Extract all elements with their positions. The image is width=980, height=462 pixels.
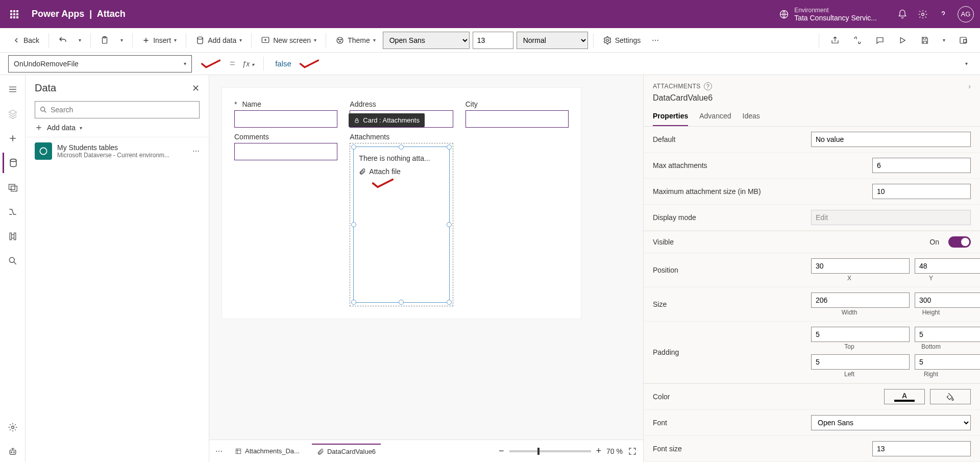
help-icon[interactable]: ?: [704, 82, 712, 90]
city-input[interactable]: [465, 110, 569, 128]
props-tabs: Properties Advanced Ideas: [644, 107, 980, 127]
checker-button[interactable]: [849, 34, 866, 47]
font-select[interactable]: Open Sans: [811, 415, 971, 430]
resize-handle[interactable]: [399, 144, 404, 150]
svg-point-24: [40, 148, 46, 154]
rail-insert-icon[interactable]: [3, 128, 23, 149]
pos-y-input[interactable]: [915, 258, 980, 274]
rail-data-icon[interactable]: [3, 153, 23, 173]
undo-button[interactable]: [54, 34, 71, 47]
font-size-input[interactable]: [473, 32, 513, 49]
add-data-button[interactable]: Add data ▾: [26, 118, 209, 137]
zoom-out[interactable]: −: [499, 446, 504, 456]
resize-handle[interactable]: [351, 222, 356, 227]
rail-tree-icon[interactable]: [3, 79, 23, 100]
breadcrumb-attachments[interactable]: Attachments_Da...: [230, 444, 305, 458]
zoom-slider[interactable]: [509, 450, 591, 452]
help-icon[interactable]: [933, 4, 953, 25]
new-screen-button[interactable]: New screen ▾: [257, 34, 321, 47]
comments-input[interactable]: [234, 143, 337, 160]
prop-displaymode-input[interactable]: [811, 210, 971, 225]
footer-more[interactable]: ⋯: [215, 447, 223, 455]
pos-x-input[interactable]: [811, 258, 910, 274]
more-icon[interactable]: ⋯: [192, 147, 200, 155]
prop-maxattach-input[interactable]: [872, 158, 971, 173]
resize-handle[interactable]: [447, 144, 452, 150]
environment-picker[interactable]: Environment Tata Consultancy Servic...: [794, 7, 877, 22]
tab-advanced[interactable]: Advanced: [699, 107, 731, 126]
comments-button[interactable]: [871, 34, 889, 47]
publish-button[interactable]: [954, 34, 972, 47]
pad-top-input[interactable]: [811, 327, 910, 342]
rail-flows-icon[interactable]: [3, 202, 23, 222]
font-color-picker[interactable]: A: [884, 389, 925, 404]
resize-handle[interactable]: [447, 300, 452, 305]
breadcrumb-datacard[interactable]: DataCardValue6: [312, 444, 381, 458]
formula-input[interactable]: false: [273, 57, 903, 70]
tab-ideas[interactable]: Ideas: [743, 107, 760, 126]
notifications-icon[interactable]: [892, 4, 913, 25]
resize-handle[interactable]: [447, 222, 452, 227]
fontsize-input[interactable]: [872, 441, 971, 456]
prop-maxsize-input[interactable]: [872, 184, 971, 199]
formula-expand[interactable]: ▾: [961, 59, 972, 68]
attach-file-link[interactable]: Attach file: [359, 167, 444, 176]
fill-color-picker[interactable]: [930, 389, 971, 404]
rail-settings-icon[interactable]: [3, 417, 23, 437]
avatar[interactable]: AG: [958, 6, 974, 22]
paperclip-icon: [359, 168, 366, 175]
rail-layers-icon[interactable]: [3, 104, 23, 124]
undo-menu[interactable]: ▾: [75, 35, 85, 45]
data-source-title: My Students tables: [57, 143, 187, 152]
zoom-in[interactable]: +: [596, 446, 602, 456]
attachments-control[interactable]: There is nothing atta... Attach file: [353, 147, 449, 303]
insert-button[interactable]: Insert ▾: [138, 34, 181, 46]
attachments-card[interactable]: Attachments There is nothing atta...: [350, 133, 453, 306]
prop-default-input[interactable]: [811, 132, 971, 147]
tab-properties[interactable]: Properties: [653, 107, 688, 126]
name-field: *Name: [234, 100, 337, 128]
settings-button[interactable]: Settings: [599, 34, 645, 47]
paste-button[interactable]: [96, 34, 113, 47]
property-selector[interactable]: OnUndoRemoveFile ▾: [8, 55, 192, 72]
prop-font-label: Font: [653, 419, 806, 427]
search-input[interactable]: [35, 101, 200, 118]
visible-toggle[interactable]: [948, 236, 971, 248]
equals-sign: =: [230, 58, 235, 69]
form-card[interactable]: *Name Address Card : Attachments City: [222, 87, 581, 319]
close-icon[interactable]: ✕: [192, 83, 200, 94]
save-button[interactable]: [916, 34, 934, 47]
more-button[interactable]: ⋯: [648, 34, 663, 46]
fx-icon[interactable]: ƒx ▾: [242, 60, 255, 68]
back-button[interactable]: Back: [8, 34, 43, 46]
pad-bottom-input[interactable]: [915, 327, 980, 342]
pad-right-input[interactable]: [915, 354, 980, 370]
waffle-icon[interactable]: [6, 6, 22, 22]
rail-variables-icon[interactable]: [3, 226, 23, 247]
play-button[interactable]: [894, 34, 911, 47]
save-menu[interactable]: ▾: [939, 35, 949, 45]
svg-point-23: [41, 107, 45, 111]
fit-screen-icon[interactable]: [628, 447, 637, 456]
font-weight-select[interactable]: Normal: [517, 32, 588, 49]
data-source-subtitle: Microsoft Dataverse - Current environm..…: [57, 152, 187, 159]
name-input[interactable]: [234, 110, 337, 128]
width-input[interactable]: [811, 293, 910, 308]
data-source-item[interactable]: My Students tables Microsoft Dataverse -…: [26, 137, 209, 165]
environment-icon[interactable]: [774, 4, 794, 25]
paste-menu[interactable]: ▾: [116, 35, 127, 45]
resize-handle[interactable]: [351, 144, 356, 150]
add-data-button[interactable]: Add data ▾: [191, 34, 246, 47]
chevron-right-icon[interactable]: ›: [968, 82, 971, 90]
font-family-select[interactable]: Open Sans: [383, 32, 470, 49]
rail-media-icon[interactable]: [3, 177, 23, 198]
settings-icon[interactable]: [913, 4, 933, 25]
theme-button[interactable]: Theme ▾: [331, 34, 380, 47]
height-input[interactable]: [915, 293, 980, 308]
share-button[interactable]: [826, 34, 844, 47]
rail-bot-icon[interactable]: [3, 442, 23, 462]
resize-handle[interactable]: [399, 300, 404, 305]
rail-search-icon[interactable]: [3, 251, 23, 271]
pad-left-input[interactable]: [811, 354, 910, 370]
resize-handle[interactable]: [351, 300, 356, 305]
